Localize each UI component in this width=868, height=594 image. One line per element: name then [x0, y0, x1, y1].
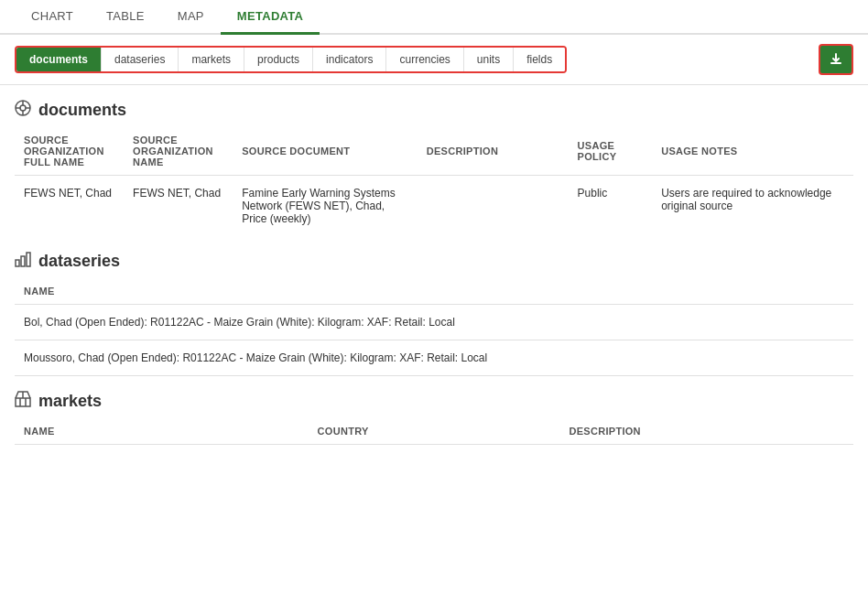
download-icon [829, 52, 843, 67]
col-description: DESCRIPTION [418, 127, 569, 176]
svg-point-1 [20, 105, 26, 111]
documents-section-header: documents [15, 85, 853, 127]
col-usage-policy: USAGE POLICY [569, 127, 653, 176]
documents-section-title: documents [38, 101, 126, 120]
markets-icon [15, 391, 31, 411]
subtab-currencies[interactable]: currencies [386, 48, 463, 71]
dataseries-section-header: dataseries [15, 236, 853, 278]
subtab-indicators[interactable]: indicators [313, 48, 386, 71]
col-usage-notes: USAGE NOTES [652, 127, 853, 176]
subtabs-wrapper: documents dataseries markets products in… [15, 46, 567, 73]
top-navigation: CHART TABLE MAP METADATA [0, 0, 868, 35]
download-button[interactable] [819, 44, 853, 75]
subtab-markets[interactable]: markets [179, 48, 244, 71]
cell-usage-policy: Public [569, 176, 653, 237]
markets-table: NAME COUNTRY DESCRIPTION [15, 418, 853, 445]
svg-rect-7 [21, 256, 25, 266]
content-area: documents SOURCE ORGANIZATION FULL NAME … [0, 85, 868, 445]
cell-dataseries-name-0: Bol, Chad (Open Ended): R01122AC - Maize… [15, 305, 853, 340]
documents-table: SOURCE ORGANIZATION FULL NAME SOURCE ORG… [15, 127, 853, 236]
markets-section-header: markets [15, 376, 853, 418]
dataseries-icon [15, 251, 31, 271]
table-row: Bol, Chad (Open Ended): R01122AC - Maize… [15, 305, 853, 340]
cell-description [418, 176, 569, 237]
table-row: Moussoro, Chad (Open Ended): R01122AC - … [15, 340, 853, 376]
table-row: FEWS NET, Chad FEWS NET, Chad Famine Ear… [15, 176, 853, 237]
tab-table[interactable]: TABLE [90, 0, 161, 35]
documents-icon [15, 100, 31, 120]
subtabs-container: documents dataseries markets products in… [0, 35, 868, 85]
cell-usage-notes: Users are required to acknowledge origin… [652, 176, 853, 237]
subtab-documents[interactable]: documents [16, 48, 102, 71]
markets-section-title: markets [38, 392, 102, 411]
cell-source-document: Famine Early Warning Systems Network (FE… [233, 176, 418, 237]
svg-rect-9 [16, 398, 30, 406]
col-source-document: SOURCE DOCUMENT [233, 127, 418, 176]
cell-source-org-full-name: FEWS NET, Chad [15, 176, 124, 237]
cell-dataseries-name-1: Moussoro, Chad (Open Ended): R01122AC - … [15, 340, 853, 376]
col-markets-country: COUNTRY [309, 418, 560, 445]
svg-rect-6 [16, 260, 19, 266]
col-source-org-name: SOURCE ORGANIZATION NAME [124, 127, 233, 176]
svg-rect-8 [27, 253, 30, 266]
subtab-products[interactable]: products [244, 48, 313, 71]
col-dataseries-name: NAME [15, 278, 853, 305]
tab-map[interactable]: MAP [161, 0, 221, 35]
col-source-org-full-name: SOURCE ORGANIZATION FULL NAME [15, 127, 124, 176]
col-markets-description: DESCRIPTION [559, 418, 853, 445]
dataseries-section-title: dataseries [38, 252, 120, 271]
subtab-dataseries[interactable]: dataseries [102, 48, 179, 71]
tab-chart[interactable]: CHART [15, 0, 90, 35]
col-markets-name: NAME [15, 418, 309, 445]
subtab-fields[interactable]: fields [514, 48, 565, 71]
cell-source-org-name: FEWS NET, Chad [124, 176, 233, 237]
tab-metadata[interactable]: METADATA [221, 0, 320, 35]
subtab-units[interactable]: units [464, 48, 514, 71]
dataseries-table: NAME Bol, Chad (Open Ended): R01122AC - … [15, 278, 853, 376]
